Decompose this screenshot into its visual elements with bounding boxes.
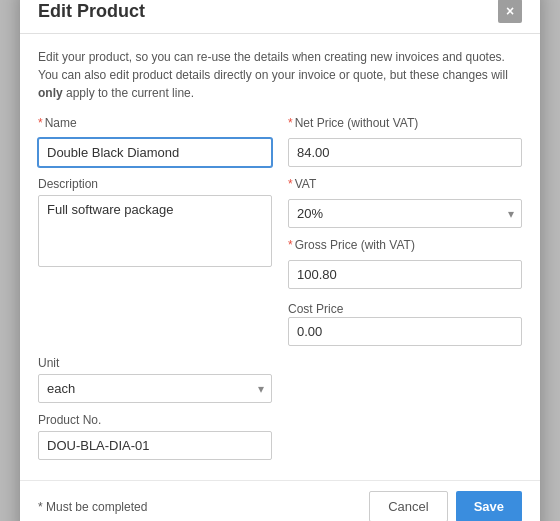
net-price-label: Net Price (without VAT) [295, 116, 419, 130]
unit-label: Unit [38, 356, 272, 370]
vat-field-group: * VAT 0% 5% 10% 20% ▾ [288, 177, 522, 346]
save-button[interactable]: Save [456, 491, 522, 521]
footer-buttons: Cancel Save [369, 491, 522, 521]
vat-select-wrapper: 0% 5% 10% 20% ▾ [288, 199, 522, 228]
vat-required-star: * [288, 177, 293, 191]
net-price-required-star: * [288, 116, 293, 130]
modal-header: Edit Product × [20, 0, 540, 34]
product-no-label: Product No. [38, 413, 272, 427]
modal-body: Edit your product, so you can re-use the… [20, 34, 540, 480]
cost-price-input[interactable] [288, 317, 522, 346]
net-price-label-row: * Net Price (without VAT) [288, 116, 522, 134]
modal-title: Edit Product [38, 1, 145, 22]
unit-select[interactable]: each hour day item [38, 374, 272, 403]
right-spacer [288, 356, 522, 403]
description-field-group: Description Full software package [38, 177, 272, 346]
required-note: * Must be completed [38, 500, 147, 514]
cost-price-label: Cost Price [288, 302, 343, 316]
unit-select-wrapper: each hour day item ▾ [38, 374, 272, 403]
name-label: Name [45, 116, 77, 130]
name-required-star: * [38, 116, 43, 130]
form-row-4: Product No. [38, 413, 522, 460]
gross-price-input[interactable] [288, 260, 522, 289]
product-no-field-group: Product No. [38, 413, 272, 460]
form-row-3: Unit each hour day item ▾ [38, 356, 522, 403]
net-price-input[interactable] [288, 138, 522, 167]
cancel-button[interactable]: Cancel [369, 491, 447, 521]
gross-price-label-row: * Gross Price (with VAT) [288, 238, 522, 256]
vat-select[interactable]: 0% 5% 10% 20% [288, 199, 522, 228]
gross-price-required-star: * [288, 238, 293, 252]
name-label-row: * Name [38, 116, 272, 134]
product-no-input[interactable] [38, 431, 272, 460]
modal-footer: * Must be completed Cancel Save [20, 480, 540, 521]
vat-label-row: * VAT [288, 177, 522, 195]
name-input[interactable] [38, 138, 272, 167]
gross-price-label: Gross Price (with VAT) [295, 238, 415, 252]
form-row-2: Description Full software package * VAT … [38, 177, 522, 346]
close-button[interactable]: × [498, 0, 522, 23]
gross-price-field-group: * Gross Price (with VAT) [288, 238, 522, 289]
cost-price-field-group: Cost Price [288, 299, 522, 346]
name-field-group: * Name [38, 116, 272, 167]
description-textarea[interactable]: Full software package [38, 195, 272, 267]
net-price-field-group: * Net Price (without VAT) [288, 116, 522, 167]
description-label: Description [38, 177, 272, 191]
unit-field-group: Unit each hour day item ▾ [38, 356, 272, 403]
edit-product-modal: Edit Product × Edit your product, so you… [20, 0, 540, 521]
intro-description: Edit your product, so you can re-use the… [38, 48, 522, 102]
right-spacer-2 [288, 413, 522, 460]
vat-label: VAT [295, 177, 317, 191]
modal-overlay: Edit Product × Edit your product, so you… [0, 0, 560, 521]
form-row-1: * Name * Net Price (without VAT) [38, 116, 522, 167]
